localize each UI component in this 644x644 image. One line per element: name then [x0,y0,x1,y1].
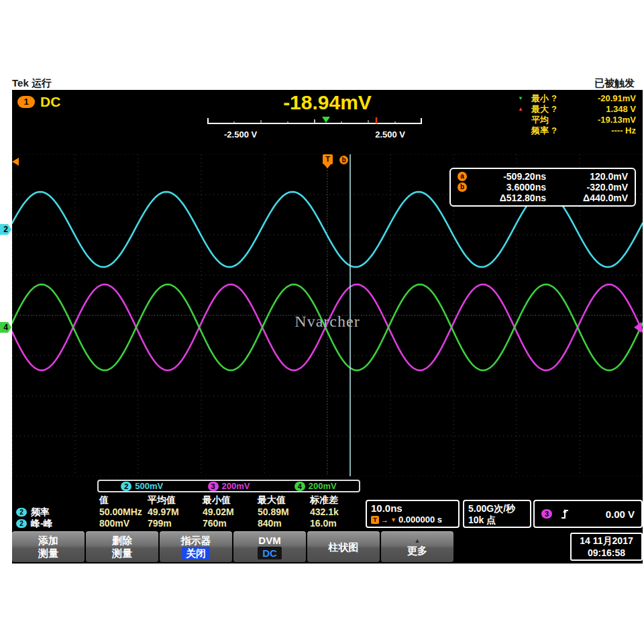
trigger-source-badge: 3 [541,509,552,519]
watermark: Nvarcher [267,313,388,331]
channel-4-marker[interactable]: 4 [0,322,11,333]
min-marker-icon: ▼ [517,93,525,104]
menu-button-delete-measurement[interactable]: 删除 测量 [86,531,158,562]
rising-edge-icon [560,508,570,520]
menu-button-histogram[interactable]: 柱状图 [307,531,380,562]
run-status: 运行 [32,77,52,89]
dvm-stat-freq: 频率 ? ---- Hz [517,125,636,136]
dvm-value: -18.94mV [213,91,441,114]
meas-row-name: 峰-峰 [31,518,53,530]
meas-value: 50.00MHz [99,506,142,517]
dvm-stats: ▼ 最小 ? -20.91mV ▲ 最大 ? 1.348 V 平均 -19.13… [517,93,636,136]
sample-rate: 5.00G次/秒 [468,502,526,515]
datetime-box: 14 11月2017 09:16:58 [570,533,643,561]
indicator-off-chip: 关闭 [182,547,210,559]
meas-value: 49.97M [148,506,179,517]
meas-header: 标准差 [310,494,338,506]
max-marker-icon: ▲ [517,104,525,115]
trigger-position-readout: T → ▼ 0.000000 s [371,515,454,525]
trigger-level-icon[interactable] [634,322,641,333]
meas-value: 840m [258,518,282,529]
record-length: 10k 点 [468,515,526,525]
trigger-box: 3 0.00 V [533,500,643,528]
acquisition-box: 5.00G次/秒 10k 点 [463,500,531,528]
channel-2-scale: 2 500mV [121,481,163,491]
dvm-stat-mean: 平均 -19.13mV [517,115,636,125]
timebase-readout: 10.0ns [371,502,454,515]
meas-value: 16.0m [310,518,337,529]
meas-header: 最大值 [258,494,286,506]
meas-header: 值 [99,494,109,506]
dvm-value-pointer-icon [322,117,330,123]
cursor-a-offscreen-icon[interactable] [12,158,19,166]
dvm-scale-svg [207,117,423,126]
channel-4-scale: 4 200mV [294,481,337,491]
meas-row-channel-badge: 2 [16,508,27,517]
dvm-scale-labels: -2.500 V 2.500 V [207,129,423,140]
cursor-a-badge: a [458,172,467,181]
meas-value: 799m [148,518,172,529]
dvm-coupling: DC [40,94,60,110]
date-text: 14 11月2017 [580,535,633,547]
meas-row-channel-badge: 2 [16,519,27,528]
channel-1-badge: 1 [17,96,35,108]
trigger-t-icon: T [371,516,379,524]
menu-button-add-measurement[interactable]: 添加 测量 [12,531,85,562]
cursor-b-label[interactable]: b [339,156,348,164]
meas-value: 800mV [99,518,129,529]
menu-button-dvm[interactable]: DVM DC [233,531,306,562]
meas-row-name: 频率 [31,506,50,519]
channel-4-badge: 4 [294,482,305,491]
trigger-position-stem-icon [324,164,331,168]
dvm-scale-min: -2.500 V [224,129,257,140]
status-bar: Tek 运行 已被触发 [12,77,635,90]
dvm-scale: -2.500 V 2.500 V [207,117,423,140]
channel-2-badge: 2 [121,482,131,491]
measurement-table: 值 平均值 最小值 最大值 标准差 2 频率 50.00MHz 49.97M 4… [12,494,368,531]
meas-value: 50.89M [258,506,289,517]
horizontal-box: 10.0ns T → ▼ 0.000000 s [366,500,460,528]
cursor-readout: a -509.20ns 120.0mV b 3.6000ns -320.0mV … [449,168,636,207]
meas-value: 432.1k [310,506,339,517]
channel-2-marker[interactable]: 2 [0,224,11,235]
channel-scale-bar: 2 500mV 3 200mV 4 200mV [97,480,360,492]
dvm-dc-chip: DC [258,547,282,559]
channel-3-scale: 3 200mV [208,481,250,491]
dvm-scale-max: 2.500 V [375,129,405,140]
brand-logo: Tek [12,77,29,89]
channel-3-badge: 3 [208,482,219,491]
oscilloscope-screenshot: Tek 运行 已被触发 1 DC -18.94mV [0,0,644,644]
brand-run-status: Tek 运行 [12,77,52,90]
dvm-stat-max: ▲ 最大 ? 1.348 V [517,104,636,115]
trigger-position-icon[interactable]: T [323,154,333,164]
time-text: 09:16:58 [588,547,625,559]
cursor-b-badge: b [458,182,467,192]
meas-value: 760m [203,518,227,529]
meas-header: 平均值 [148,494,176,506]
trigger-level-readout: 0.00 V [606,508,635,520]
menu-button-more[interactable]: ▲ 更多 [381,531,453,562]
waveform-area: T b Nvarcher a -509.20ns 120.0mV b 3.600… [12,154,643,476]
cursor-delta-row: Δ512.80ns Δ440.0mV [458,193,628,203]
cursor-b-row: b 3.6000ns -320.0mV [458,182,628,193]
dvm-stat-min: ▼ 最小 ? -20.91mV [517,93,636,104]
meas-header: 最小值 [203,494,231,506]
cursor-a-row: a -509.20ns 120.0mV [458,171,628,182]
arrow-icon: → [381,515,388,525]
down-triangle-icon: ▼ [390,515,396,525]
more-up-icon: ▲ [415,537,421,544]
meas-value: 49.02M [203,506,234,517]
trigger-status: 已被触发 [594,77,635,90]
menu-button-indicator[interactable]: 指示器 关闭 [160,531,232,562]
scope-screen: 1 DC -18.94mV [12,90,643,564]
